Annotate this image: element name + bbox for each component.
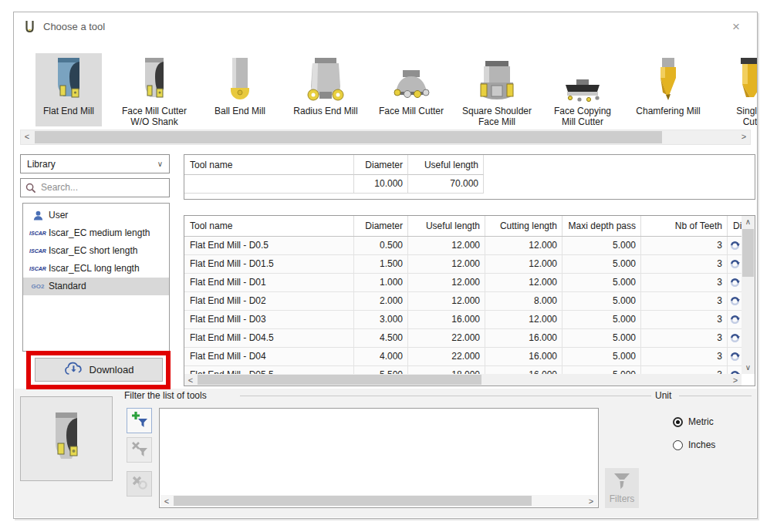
rotation-direction-icon <box>728 274 742 292</box>
tool-item-flat-end-mill[interactable]: Flat End Mill <box>35 53 102 126</box>
rotation-direction-icon <box>728 348 742 366</box>
scrollbar-thumb[interactable] <box>198 375 481 385</box>
value-cell: 3 <box>641 237 728 255</box>
scroll-down-icon[interactable]: ∨ <box>742 362 755 374</box>
radio-button[interactable] <box>673 440 683 450</box>
tool-item-square-shoulder-face-mill[interactable]: Square ShoulderFace Mill <box>464 53 530 126</box>
tool-item-label: Single-ACutte <box>710 106 758 127</box>
tool-table-header-row: Tool nameDiameterUseful lengthCutting le… <box>184 216 742 237</box>
filter-list-scrollbar[interactable]: < > <box>160 495 597 507</box>
tool-name-field[interactable] <box>184 175 354 194</box>
radio-button[interactable] <box>673 417 683 427</box>
scroll-left-icon[interactable]: < <box>184 374 197 386</box>
single-angle-cutter-icon <box>721 55 758 104</box>
scroll-up-icon[interactable]: ∧ <box>742 216 755 228</box>
tool-table-header: Cutting length <box>485 216 562 236</box>
filter-table-value-spacer <box>484 175 755 194</box>
radio-label: Metric <box>688 416 714 427</box>
tool-strip-scrollbar[interactable]: < > <box>20 130 751 145</box>
search-input[interactable]: Search... <box>20 178 170 197</box>
filter-group-line <box>240 396 645 396</box>
table-row[interactable]: Flat End Mill - D0.50.50012.00012.0005.0… <box>184 237 742 255</box>
useful-length-field[interactable]: 70.000 <box>408 175 484 194</box>
filter-table-header: Useful length <box>408 155 484 175</box>
scroll-right-icon[interactable]: > <box>738 130 750 144</box>
tool-item-ball-end-mill[interactable]: Ball End Mill <box>207 53 273 126</box>
clear-filters-button[interactable] <box>127 471 152 497</box>
table-horizontal-scrollbar[interactable]: < > <box>184 374 742 386</box>
library-item-standard[interactable]: GO2Standard <box>23 278 169 295</box>
filters-button[interactable]: Filters <box>605 468 639 508</box>
table-vertical-scrollbar[interactable]: ∧ ∨ <box>742 216 755 374</box>
scrollbar-thumb[interactable] <box>174 496 532 506</box>
tool-item-face-mill-cutter[interactable]: Face Mill Cutter <box>378 53 444 126</box>
scroll-right-icon[interactable]: > <box>729 374 742 386</box>
library-dropdown-value: Library <box>27 159 56 170</box>
tool-item-face-mill-wo-shank[interactable]: Face Mill CutterW/O Shank <box>121 53 187 126</box>
tool-name-cell: Flat End Mill - D03 <box>184 311 354 329</box>
library-item-iscar-ec-medium-length[interactable]: ISCARIscar_EC medium length <box>23 224 169 242</box>
dialog-title: Choose a tool <box>43 21 105 32</box>
tool-item-label: Face Mill CutterW/O Shank <box>110 106 198 127</box>
choose-tool-dialog: Choose a tool × Flat End MillFace Mill C… <box>13 12 758 519</box>
value-cell: 16.000 <box>485 329 562 348</box>
scrollbar-thumb[interactable] <box>742 229 754 277</box>
diameter-field[interactable]: 10.000 <box>354 175 408 194</box>
table-row[interactable]: Flat End Mill - D011.00012.00012.0005.00… <box>184 274 742 292</box>
value-cell: 12.000 <box>485 274 562 292</box>
rotation-direction-icon <box>728 255 742 274</box>
value-cell: 12.000 <box>485 255 562 274</box>
filter-list-area[interactable]: < > <box>159 408 599 508</box>
table-row[interactable]: Flat End Mill - D01.51.50012.00012.0005.… <box>184 255 742 274</box>
scroll-left-icon[interactable]: < <box>160 495 173 507</box>
add-filter-button[interactable] <box>127 408 152 433</box>
library-dropdown[interactable]: Library ∨ <box>20 154 170 173</box>
screen: Choose a tool × Flat End MillFace Mill C… <box>0 0 777 532</box>
library-item-label: Iscar_ECL long length <box>47 260 140 278</box>
ball-end-mill-icon <box>207 55 273 104</box>
tool-table-header: Useful length <box>408 216 485 236</box>
tool-item-radius-end-mill[interactable]: Radius End Mill <box>292 53 359 126</box>
tool-name-cell: Flat End Mill - D02 <box>184 292 354 311</box>
scroll-right-icon[interactable]: > <box>585 495 597 507</box>
scroll-left-icon[interactable]: < <box>21 130 33 144</box>
tool-table-header: Di <box>728 216 742 236</box>
tool-item-single-angle-cutter[interactable]: Single-ACutte <box>721 53 758 126</box>
value-cell: 4.500 <box>354 329 408 348</box>
value-cell: 18.000 <box>408 366 485 374</box>
value-cell: 16.000 <box>408 311 485 329</box>
close-icon[interactable]: × <box>725 17 748 37</box>
search-placeholder: Search... <box>41 182 78 193</box>
remove-filter-button[interactable] <box>127 437 152 463</box>
table-row[interactable]: Flat End Mill - D033.00016.00012.0005.00… <box>184 311 742 329</box>
value-cell: 5.000 <box>562 311 641 329</box>
tool-item-face-copying-mill-cutter[interactable]: Face CopyingMill Cutter <box>549 53 616 126</box>
library-item-iscar-ec-short-length[interactable]: ISCARIscar_EC short length <box>23 242 169 260</box>
library-item-label: Standard <box>47 278 86 295</box>
tool-table: Tool nameDiameterUseful lengthCutting le… <box>184 215 755 386</box>
scrollbar-thumb[interactable] <box>35 131 662 143</box>
table-row[interactable]: Flat End Mill - D05.55.50018.00016.0005.… <box>184 366 742 374</box>
value-cell: 5.000 <box>562 274 641 292</box>
unit-option-metric[interactable]: Metric <box>673 416 714 427</box>
unit-option-inches[interactable]: Inches <box>673 439 715 450</box>
filter-table-header-row: Tool nameDiameterUseful length <box>184 155 755 175</box>
download-button[interactable]: Download <box>35 358 163 382</box>
value-cell: 12.000 <box>485 311 562 329</box>
tool-item-chamfering-mill[interactable]: Chamfering Mill <box>635 53 701 126</box>
tool-strip: Flat End MillFace Mill CutterW/O ShankBa… <box>15 53 758 127</box>
value-cell: 5.000 <box>562 366 641 374</box>
filters-button-label: Filters <box>610 493 635 504</box>
table-row[interactable]: Flat End Mill - D044.00022.00016.0005.00… <box>184 348 742 366</box>
value-cell: 5.000 <box>562 348 641 366</box>
table-row[interactable]: Flat End Mill - D022.00012.0008.0005.000… <box>184 292 742 311</box>
unit-group-line-left <box>636 396 651 396</box>
radius-end-mill-icon <box>292 55 359 104</box>
table-row[interactable]: Flat End Mill - D04.54.50022.00016.0005.… <box>184 329 742 348</box>
value-cell: 22.000 <box>408 329 485 348</box>
library-item-user[interactable]: User <box>23 207 169 224</box>
tool-table-header: Nb of Teeth <box>641 216 728 236</box>
library-item-iscar-ecl-long-length[interactable]: ISCARIscar_ECL long length <box>23 260 169 278</box>
tool-name-cell: Flat End Mill - D04.5 <box>184 329 354 348</box>
value-cell: 3 <box>641 255 728 274</box>
